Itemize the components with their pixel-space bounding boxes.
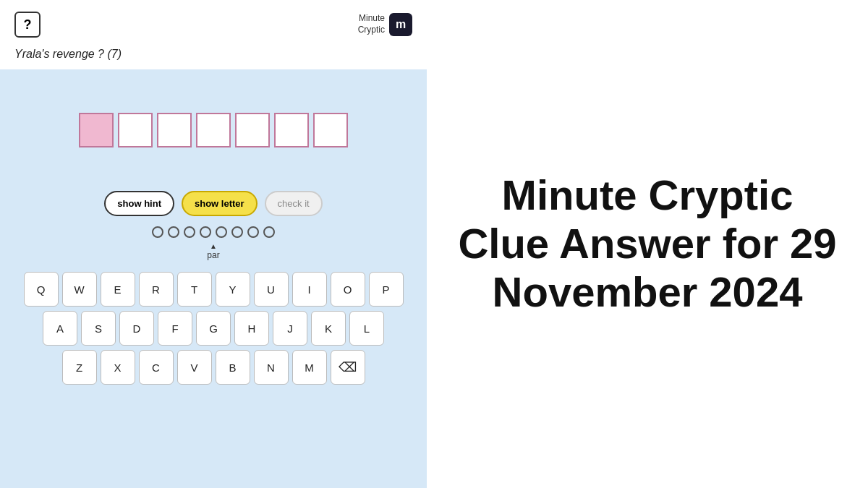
key-L[interactable]: L — [349, 311, 384, 346]
key-X[interactable]: X — [101, 350, 135, 385]
check-it-button[interactable]: check it — [265, 191, 323, 216]
key-T[interactable]: T — [177, 272, 212, 307]
help-button[interactable]: ? — [14, 12, 41, 38]
letter-box-4[interactable] — [235, 113, 270, 147]
score-circle-5 — [231, 226, 243, 238]
letter-box-5[interactable] — [274, 113, 309, 147]
key-S[interactable]: S — [81, 311, 116, 346]
buttons-row: show hint show letter check it — [104, 191, 322, 216]
score-circle-3 — [200, 226, 211, 238]
logo-icon: m — [389, 13, 412, 36]
score-circle-2 — [184, 226, 195, 238]
circles-row — [152, 226, 275, 238]
key-W[interactable]: W — [62, 272, 97, 307]
key-C[interactable]: C — [139, 350, 174, 385]
score-circle-7 — [263, 226, 275, 238]
letter-box-3[interactable] — [196, 113, 231, 147]
key-A[interactable]: A — [43, 311, 77, 346]
key-U[interactable]: U — [254, 272, 289, 307]
keyboard: Q W E R T Y U I O P A S D F G H J K L — [14, 272, 412, 385]
score-circle-4 — [216, 226, 227, 238]
show-letter-button[interactable]: show letter — [182, 191, 258, 216]
key-O[interactable]: O — [331, 272, 365, 307]
key-M[interactable]: M — [292, 350, 327, 385]
backspace-key[interactable]: ⌫ — [331, 350, 365, 385]
keyboard-row-1: A S D F G H J K L — [14, 311, 412, 346]
logo-area: MinuteCryptic m — [358, 13, 412, 36]
key-Q[interactable]: Q — [24, 272, 59, 307]
key-V[interactable]: V — [177, 350, 212, 385]
letter-box-6[interactable] — [313, 113, 348, 147]
key-N[interactable]: N — [254, 350, 289, 385]
headline: Minute Cryptic Clue Answer for 29 Novemb… — [456, 171, 839, 316]
letter-boxes — [79, 113, 348, 147]
key-G[interactable]: G — [196, 311, 231, 346]
key-F[interactable]: F — [158, 311, 192, 346]
key-P[interactable]: P — [369, 272, 404, 307]
key-R[interactable]: R — [139, 272, 174, 307]
keyboard-row-2: Z X C V B N M ⌫ — [14, 350, 412, 385]
letter-box-1[interactable] — [118, 113, 153, 147]
score-area: ▲ par — [152, 226, 275, 260]
key-Z[interactable]: Z — [62, 350, 97, 385]
letter-box-0[interactable] — [79, 113, 114, 147]
score-circle-6 — [247, 226, 259, 238]
left-panel: ? MinuteCryptic m Yrala's revenge ? (7) … — [0, 0, 427, 488]
key-E[interactable]: E — [101, 272, 135, 307]
par-label: par — [207, 250, 219, 260]
keyboard-row-0: Q W E R T Y U I O P — [14, 272, 412, 307]
par-indicator: ▲ par — [207, 241, 219, 260]
key-Y[interactable]: Y — [216, 272, 250, 307]
key-J[interactable]: J — [273, 311, 307, 346]
key-D[interactable]: D — [119, 311, 154, 346]
par-arrow: ▲ — [210, 242, 217, 250]
score-circle-0 — [152, 226, 163, 238]
key-K[interactable]: K — [311, 311, 346, 346]
key-I[interactable]: I — [292, 272, 327, 307]
score-circle-1 — [168, 226, 179, 238]
top-bar: ? MinuteCryptic m — [0, 0, 427, 43]
letter-box-2[interactable] — [157, 113, 192, 147]
game-area: show hint show letter check it ▲ par — [0, 69, 427, 488]
right-panel: Minute Cryptic Clue Answer for 29 Novemb… — [427, 0, 868, 488]
show-hint-button[interactable]: show hint — [104, 191, 174, 216]
clue-text: Yrala's revenge ? (7) — [0, 43, 427, 69]
logo-text: MinuteCryptic — [358, 13, 385, 35]
key-B[interactable]: B — [216, 350, 250, 385]
key-H[interactable]: H — [234, 311, 269, 346]
